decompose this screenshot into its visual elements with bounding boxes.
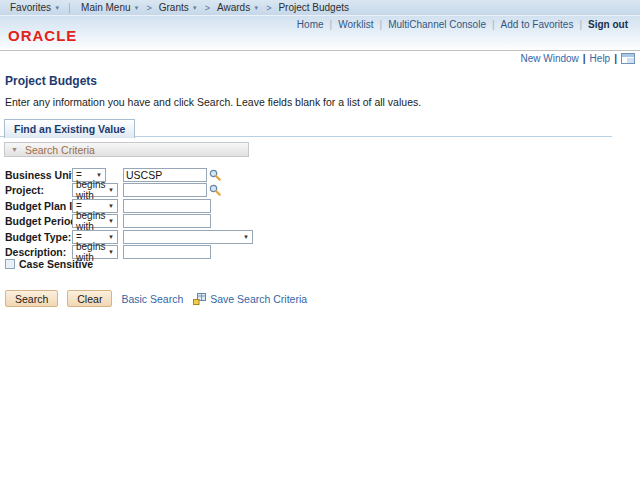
home-link[interactable]: Home — [297, 19, 324, 30]
breadcrumb: Favorites ▼ Main Menu ▼ > Grants ▼ > Awa… — [0, 0, 640, 16]
case-sensitive-label: Case Sensitive — [19, 258, 93, 270]
worklist-link[interactable]: Worklist — [338, 19, 373, 30]
budget-period-input[interactable] — [123, 214, 211, 228]
project-input[interactable] — [123, 183, 207, 197]
clear-button[interactable]: Clear — [67, 290, 112, 307]
add-to-favorites-link[interactable]: Add to Favorites — [501, 19, 574, 30]
link-separator: | — [380, 19, 383, 30]
save-search-criteria-link[interactable]: Save Search Criteria — [210, 293, 307, 305]
field-label: Budget Plan ID: — [5, 200, 72, 212]
field-label: Budget Type: — [5, 231, 72, 243]
oracle-logo: ORACLE — [8, 28, 77, 44]
chevron-down-icon: ▼ — [108, 187, 114, 193]
chevron-down-icon: ▼ — [108, 218, 114, 224]
new-window-link[interactable]: New Window — [520, 53, 578, 64]
search-criteria-header[interactable]: ▼ Search Criteria — [4, 142, 249, 157]
chevron-down-icon: ▼ — [253, 5, 259, 11]
case-sensitive-checkbox[interactable] — [5, 259, 15, 269]
header-banner: Home | Worklist | MultiChannel Console |… — [0, 16, 640, 51]
breadcrumb-label: Grants — [159, 2, 189, 13]
breadcrumb-separator-icon: > — [147, 3, 152, 13]
field-label: Business Unit: — [5, 169, 72, 181]
section-title: Search Criteria — [25, 144, 95, 156]
breadcrumb-current-page: Project Budgets — [275, 2, 352, 13]
breadcrumb-label: Main Menu — [81, 2, 130, 13]
breadcrumb-grants[interactable]: Grants ▼ — [156, 2, 201, 13]
breadcrumb-label: Awards — [217, 2, 250, 13]
breadcrumb-separator-icon: > — [205, 3, 210, 13]
budget-type-select[interactable]: ▼ — [123, 230, 253, 244]
breadcrumb-main-menu[interactable]: Main Menu ▼ — [78, 2, 142, 13]
link-separator: | — [614, 53, 617, 64]
chevron-down-icon: ▼ — [108, 203, 114, 209]
breadcrumb-label: Favorites — [10, 2, 51, 13]
form-row-business-unit: Business Unit: = ▼ — [5, 167, 253, 183]
basic-search-link[interactable]: Basic Search — [121, 293, 183, 305]
sign-out-link[interactable]: Sign out — [588, 19, 628, 30]
breadcrumb-separator-icon: > — [266, 3, 271, 13]
field-label: Description: — [5, 246, 72, 258]
budget-period-operator-select[interactable]: begins with ▼ — [72, 214, 118, 228]
form-row-budget-plan-id: Budget Plan ID: = ▼ — [5, 198, 253, 214]
link-separator: | — [330, 19, 333, 30]
search-form: Business Unit: = ▼ Project: begins with — [5, 167, 253, 260]
link-separator: | — [579, 19, 582, 30]
page-tools: New Window | Help | — [518, 53, 635, 64]
project-lookup-icon[interactable] — [209, 184, 221, 196]
case-sensitive-row: Case Sensitive — [5, 258, 93, 270]
breadcrumb-label: Project Budgets — [278, 2, 349, 13]
budget-plan-id-input[interactable] — [123, 199, 211, 213]
form-row-budget-period: Budget Period: begins with ▼ — [5, 214, 253, 230]
page-title: Project Budgets — [5, 74, 97, 88]
chevron-down-icon: ▼ — [54, 5, 60, 11]
multichannel-console-link[interactable]: MultiChannel Console — [388, 19, 486, 30]
chevron-down-icon: ▼ — [134, 5, 140, 11]
breadcrumb-favorites-menu[interactable]: Favorites ▼ — [7, 2, 63, 13]
link-separator: | — [492, 19, 495, 30]
field-label: Project: — [5, 184, 72, 196]
search-button[interactable]: Search — [5, 290, 58, 307]
business-unit-lookup-icon[interactable] — [209, 169, 221, 181]
chevron-down-icon: ▼ — [243, 234, 249, 240]
save-search-icon[interactable] — [193, 293, 206, 305]
project-operator-select[interactable]: begins with ▼ — [72, 183, 118, 197]
chevron-down-icon: ▼ — [96, 172, 102, 178]
tab-strip: Find an Existing Value — [0, 119, 612, 137]
link-separator: | — [583, 53, 586, 64]
breadcrumb-divider — [69, 3, 70, 13]
chevron-down-icon: ▼ — [108, 234, 114, 240]
chevron-down-icon: ▼ — [108, 249, 114, 255]
business-unit-input[interactable] — [123, 168, 207, 182]
peoplesoft-page: Favorites ▼ Main Menu ▼ > Grants ▼ > Awa… — [0, 0, 640, 480]
description-input[interactable] — [123, 245, 211, 259]
help-link[interactable]: Help — [590, 53, 611, 64]
header-links: Home | Worklist | MultiChannel Console |… — [293, 19, 632, 30]
personalize-page-icon[interactable] — [621, 53, 635, 64]
form-row-budget-type: Budget Type: = ▼ ▼ — [5, 229, 253, 245]
field-label: Budget Period: — [5, 215, 72, 227]
chevron-down-icon: ▼ — [192, 5, 198, 11]
tab-find-existing-value[interactable]: Find an Existing Value — [4, 119, 135, 138]
instruction-text: Enter any information you have and click… — [5, 96, 421, 108]
form-row-project: Project: begins with ▼ — [5, 183, 253, 199]
actions-bar: Search Clear Basic Search Save Search Cr… — [5, 290, 307, 307]
breadcrumb-awards[interactable]: Awards ▼ — [214, 2, 262, 13]
collapse-section-icon: ▼ — [11, 146, 18, 153]
